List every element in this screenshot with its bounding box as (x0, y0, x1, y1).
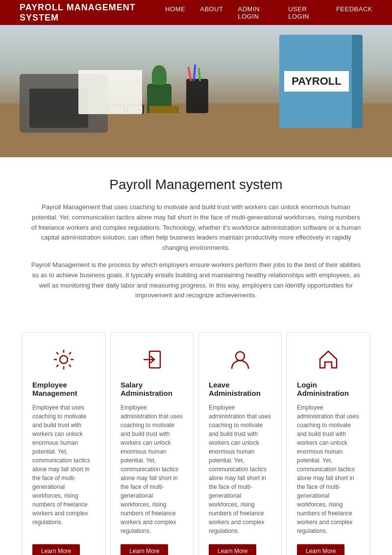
hero-section: PAYROLL (0, 25, 392, 157)
card-learn-more-button-2[interactable]: Learn More (209, 544, 256, 555)
card-desc-3: Employee administration that uses coachi… (297, 403, 360, 535)
site-title: PAYROLL MANAGEMENT SYSTEM (20, 2, 165, 23)
main-para1: Payroll Management that uses coaching to… (29, 202, 363, 253)
svg-point-2 (236, 352, 245, 361)
card-title-3: Login Administration (297, 381, 360, 397)
main-section: Payroll Management system Payroll Manage… (0, 157, 392, 327)
nav-admin-login[interactable]: ADMIN LOGIN (238, 5, 274, 20)
nav-user-login[interactable]: USER LOGIN (288, 5, 321, 20)
card-2: Leave AdministrationEmployee administrat… (198, 332, 282, 555)
card-3: Login AdministrationEmployee administrat… (287, 332, 370, 555)
card-icon-gear (32, 347, 95, 372)
card-icon-person (209, 347, 271, 372)
nav-home[interactable]: HOME (165, 5, 185, 20)
nav-about[interactable]: ABOUT (200, 5, 223, 20)
card-icon-login (121, 347, 183, 372)
main-heading: Payroll Management system (29, 177, 363, 193)
card-learn-more-button-3[interactable]: Learn More (297, 544, 344, 555)
svg-point-0 (60, 356, 68, 363)
card-title-1: Salary Administration (121, 381, 183, 397)
card-desc-1: Employee administration that uses coachi… (121, 403, 183, 535)
header: PAYROLL MANAGEMENT SYSTEM HOMEABOUTADMIN… (0, 0, 392, 25)
card-learn-more-button-0[interactable]: Learn More (32, 544, 80, 555)
card-title-0: Employee Management (32, 381, 95, 397)
cards-section: Employee ManagementEmployee that uses co… (0, 327, 392, 555)
card-desc-2: Employee administration that uses coachi… (209, 403, 271, 535)
card-1: Salary AdministrationEmployee administra… (110, 332, 194, 555)
card-0: Employee ManagementEmployee that uses co… (22, 332, 105, 555)
card-learn-more-button-1[interactable]: Learn More (121, 544, 168, 555)
card-icon-house (297, 347, 360, 372)
main-para2: Payroll Management is the process by whi… (29, 260, 363, 301)
nav-feedback[interactable]: FEEDBACK (336, 5, 372, 20)
card-title-2: Leave Administration (209, 381, 271, 397)
hero-binder-label: PAYROLL (292, 75, 341, 87)
main-nav: HOMEABOUTADMIN LOGINUSER LOGINFEEDBACK (165, 5, 372, 20)
card-desc-0: Employee that uses coaching to motivate … (32, 403, 95, 535)
